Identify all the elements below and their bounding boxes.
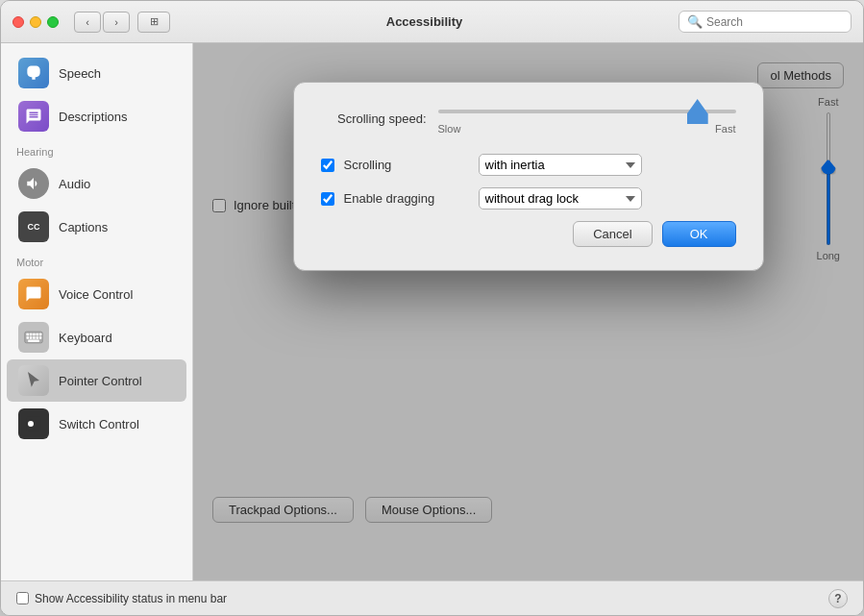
sidebar-item-audio[interactable]: Audio xyxy=(7,162,186,205)
accessibility-status-label: Show Accessibility status in menu bar xyxy=(35,592,227,605)
grid-button[interactable]: ⊞ xyxy=(137,12,170,33)
scrolling-checkbox[interactable] xyxy=(321,159,334,172)
search-icon: 🔍 xyxy=(687,14,703,29)
svg-rect-5 xyxy=(39,333,42,336)
scrolling-select[interactable]: with inertia without inertia xyxy=(479,154,642,176)
speech-icon xyxy=(18,58,49,88)
window-title: Accessibility xyxy=(178,14,671,29)
main-window: ‹ › ⊞ Accessibility 🔍 Speech xyxy=(0,0,864,616)
dragging-select[interactable]: without drag lock with drag lock three f… xyxy=(479,187,642,209)
descriptions-icon xyxy=(18,101,49,132)
enable-dragging-label: Enable dragging xyxy=(344,191,469,206)
scrolling-speed-slider-container: Slow Fast xyxy=(438,102,736,135)
svg-rect-8 xyxy=(33,336,36,339)
svg-rect-7 xyxy=(30,336,32,339)
scrolling-speed-label: Scrolling speed: xyxy=(321,111,427,126)
enable-dragging-checkbox-row: Enable dragging without drag lock with d… xyxy=(321,187,736,209)
svg-rect-9 xyxy=(37,336,39,339)
close-button[interactable] xyxy=(12,16,24,28)
ok-button[interactable]: OK xyxy=(662,221,736,247)
titlebar: ‹ › ⊞ Accessibility 🔍 xyxy=(1,1,863,43)
sidebar-item-captions[interactable]: CC Captions xyxy=(7,206,186,248)
modal-actions: Cancel OK xyxy=(321,221,736,247)
svg-rect-3 xyxy=(33,333,36,336)
sidebar-item-speech[interactable]: Speech xyxy=(7,52,186,94)
bottom-bar: Show Accessibility status in menu bar ? xyxy=(1,580,863,615)
captions-icon: CC xyxy=(18,211,49,242)
content-area: Speech Descriptions Hearing Audio CC xyxy=(1,43,863,580)
nav-buttons: ‹ › xyxy=(74,12,130,33)
switch-control-icon xyxy=(18,408,49,439)
slider-track xyxy=(438,102,736,121)
main-panel: ol Methods Fast Long Ignore built-in tra… xyxy=(193,43,863,580)
sidebar-item-label-keyboard: Keyboard xyxy=(59,331,112,345)
minimize-button[interactable] xyxy=(30,16,41,28)
svg-rect-4 xyxy=(37,333,39,336)
svg-rect-6 xyxy=(27,336,30,339)
sidebar-item-label-voice-control: Voice Control xyxy=(59,287,133,302)
voice-control-icon xyxy=(18,279,49,309)
scrolling-checkbox-row: Scrolling with inertia without inertia xyxy=(321,154,736,176)
forward-button[interactable]: › xyxy=(103,12,130,33)
sidebar-item-label-captions: Captions xyxy=(59,220,108,234)
sidebar-item-label-pointer-control: Pointer Control xyxy=(59,374,142,388)
svg-rect-10 xyxy=(39,336,42,339)
sidebar-item-label-audio: Audio xyxy=(59,177,90,191)
sidebar-item-voice-control[interactable]: Voice Control xyxy=(7,273,186,315)
svg-rect-11 xyxy=(28,340,39,343)
slider-slow-label: Slow xyxy=(438,123,461,135)
scrolling-speed-slider[interactable] xyxy=(438,110,736,113)
back-button[interactable]: ‹ xyxy=(74,12,101,33)
help-button[interactable]: ? xyxy=(828,589,848,608)
cancel-button[interactable]: Cancel xyxy=(573,221,652,247)
svg-rect-2 xyxy=(30,333,32,336)
search-bar[interactable]: 🔍 xyxy=(679,11,852,33)
sidebar-item-label-speech: Speech xyxy=(59,66,101,81)
audio-icon xyxy=(18,168,49,199)
slider-fast-label: Fast xyxy=(715,123,735,135)
accessibility-status-checkbox[interactable] xyxy=(16,592,29,604)
svg-rect-1 xyxy=(27,333,30,336)
sidebar-item-label-switch-control: Switch Control xyxy=(59,417,139,431)
sidebar-item-switch-control[interactable]: Switch Control xyxy=(7,403,186,445)
accessibility-status-checkbox-row: Show Accessibility status in menu bar xyxy=(16,592,227,605)
modal-overlay: Scrolling speed: Slow Fast xyxy=(193,43,863,580)
scrolling-checkbox-label: Scrolling xyxy=(344,158,469,172)
sidebar: Speech Descriptions Hearing Audio CC xyxy=(1,43,193,580)
maximize-button[interactable] xyxy=(47,16,59,28)
sidebar-item-label-descriptions: Descriptions xyxy=(59,110,128,124)
sidebar-item-keyboard[interactable]: Keyboard xyxy=(7,316,186,358)
sidebar-item-descriptions[interactable]: Descriptions xyxy=(7,95,186,137)
slider-labels: Slow Fast xyxy=(438,123,736,135)
enable-dragging-checkbox[interactable] xyxy=(321,192,334,206)
search-input[interactable] xyxy=(706,15,843,29)
trackpad-options-modal: Scrolling speed: Slow Fast xyxy=(293,82,764,271)
sidebar-item-pointer-control[interactable]: Pointer Control xyxy=(7,359,186,402)
traffic-lights xyxy=(12,16,59,28)
keyboard-icon xyxy=(18,322,49,353)
section-label-hearing: Hearing xyxy=(1,138,192,161)
scrolling-speed-row: Scrolling speed: Slow Fast xyxy=(321,102,736,135)
svg-point-13 xyxy=(28,421,34,427)
pointer-control-icon xyxy=(18,365,49,396)
section-label-motor: Motor xyxy=(1,249,192,272)
